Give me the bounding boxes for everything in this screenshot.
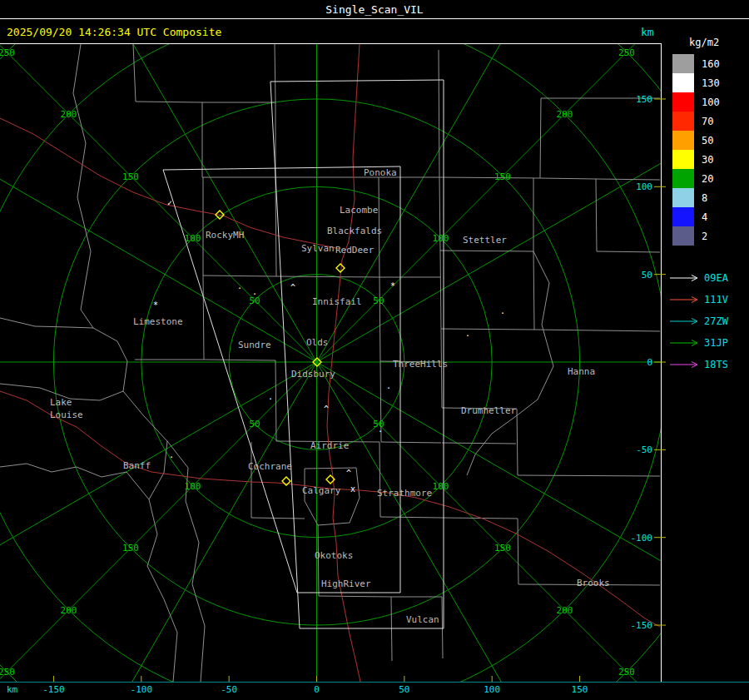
storm-marker: . [169,450,174,459]
county-boundary [380,361,441,443]
radar-map-canvas[interactable]: 5010015020025050100150200250501001502002… [0,0,749,700]
place-label: Olds [306,337,329,348]
range-ring [0,0,749,700]
range-label: 250 [618,47,635,58]
range-label: 50 [373,295,384,306]
radar-app-window: Single_Scan_VIL 2025/09/20 14:26:34 UTC … [0,0,749,700]
county-boundary [276,276,379,277]
colorbar-swatch [672,226,694,246]
storm-marker: . [268,392,273,401]
radar-arrow-icon [669,274,699,282]
radar-id-label: 31JP [704,337,728,349]
bottom-axis-label: 100 [484,684,500,695]
colorbar-value: 2 [702,231,707,242]
county-boundary [73,44,93,328]
colorbar-entry: 160 [666,54,749,73]
range-label: 250 [0,667,15,678]
county-boundary [442,443,516,444]
colorbar-swatch [672,73,694,92]
storm-marker: ✓ [167,198,172,207]
storm-marker: . [500,306,505,315]
storm-marker: x [350,484,355,494]
place-label: Cochrane [248,461,292,472]
storm-marker: . [252,287,257,296]
range-spoke [317,0,550,362]
county-boundary [439,98,660,178]
colorbar-entry: 50 [666,131,749,150]
colorbar-value: 100 [702,97,720,108]
colorbar-value: 8 [702,192,707,204]
storm-marker: * [390,281,395,290]
colorbar-value: 70 [702,116,713,127]
range-label: 150 [494,171,511,182]
county-boundary [0,318,93,328]
county-boundary [251,442,305,519]
range-spoke [84,0,317,362]
colorbar-swatch [672,188,694,207]
place-label: Strathmore [377,488,432,499]
colorbar-swatch [672,150,694,169]
colorbar-value: 20 [702,173,713,185]
right-axis-label: -100 [631,533,653,544]
place-label: Sylvan [301,243,335,254]
colorbar: 16013010070503020842 [666,54,749,246]
storm-marker: . [378,424,383,434]
range-label: 200 [557,605,573,616]
county-boundary [391,597,443,658]
county-boundary [204,360,276,441]
county-boundary [439,50,439,177]
place-label: Banff [123,460,151,471]
range-spoke [0,129,317,362]
bottom-axis-label: 50 [399,684,409,695]
range-spoke [0,32,317,362]
colorbar-entry: 20 [666,169,749,188]
place-label: Sundre [238,340,271,350]
place-label: Lacombe [340,205,378,216]
range-spoke [317,129,721,362]
colorbar-entry: 4 [666,207,749,226]
storm-marker: * [153,300,158,310]
radar-legend-entry: 09EA [669,267,749,289]
county-boundary [440,251,534,330]
range-label: 150 [494,543,511,554]
radar-legend-entry: 31JP [669,332,749,354]
county-boundary [379,442,442,518]
radar-id-label: 09EA [704,272,728,284]
colorbar-entry: 70 [666,112,749,131]
storm-marker: ^ [324,405,329,414]
colorbar-swatch [672,92,694,112]
bottom-axis-label: -100 [131,684,153,695]
radar-arrow-icon [669,295,699,304]
storm-marker: ^ [290,283,295,292]
colorbar-swatch [672,131,694,150]
range-label: 200 [61,109,77,120]
radar-id-label: 18TS [704,359,728,370]
county-boundary [540,178,660,180]
place-label: Drumheller [461,405,517,416]
bottom-axis-label: -150 [42,684,65,695]
colorbar-value: 30 [702,154,713,166]
radar-site-marker[interactable] [336,264,345,272]
colorbar-value: 130 [702,77,720,89]
right-axis-label: -150 [631,620,653,631]
storm-marker: . [386,381,391,390]
storm-marker: . [237,281,242,290]
colorbar-entry: 30 [666,150,749,169]
range-spoke [84,362,317,700]
place-label: Stettler [463,235,507,246]
place-label: RockyMH [206,230,244,241]
county-boundary [442,518,660,585]
storm-marker: ^ [346,469,351,478]
radar-arrow-icon [669,360,699,369]
storm-marker: . [465,329,470,338]
right-axis-label: 100 [636,181,652,192]
range-label: 100 [185,481,201,492]
colorbar-entry: 2 [666,226,749,246]
radar-legend-entry: 111V [669,289,749,310]
place-label: Okotoks [315,550,353,561]
range-label: 250 [618,667,635,678]
radar-id-legend: 09EA111V27ZW31JP18TS [666,267,749,375]
radar-legend-entry: 27ZW [669,310,749,332]
highway-line [0,391,660,627]
right-axis-label: 0 [647,357,652,368]
